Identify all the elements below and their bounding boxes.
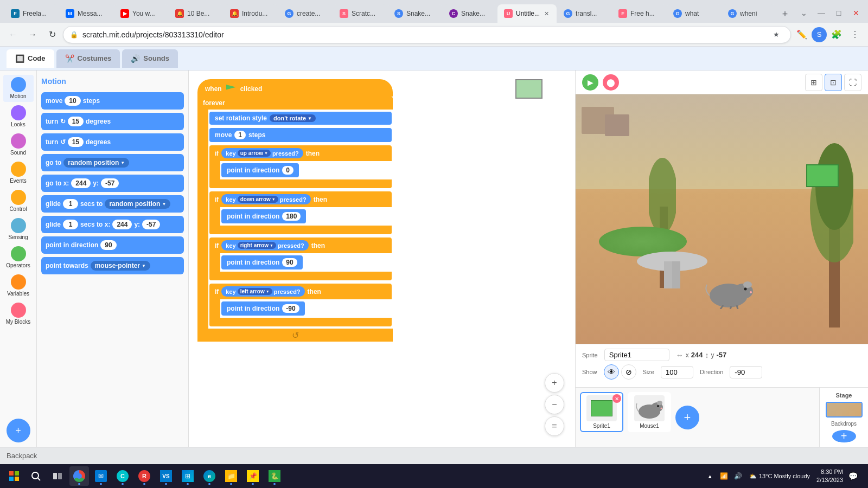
tab-intro[interactable]: 🔔 Introdu... <box>224 4 278 23</box>
tab-youtube[interactable]: ▶ You w... <box>114 4 168 23</box>
hat-block-when-flag[interactable]: when clicked <box>197 79 393 97</box>
script-canvas[interactable]: when clicked forever <box>189 70 575 447</box>
if-block-down[interactable]: if key down arrow ▼ pressed? then <box>209 191 392 234</box>
category-looks[interactable]: Looks <box>3 103 34 130</box>
stage-medium-view[interactable]: ⊡ <box>825 74 842 91</box>
category-variables[interactable]: Variables <box>3 272 34 299</box>
zoom-in-button[interactable]: + <box>545 373 564 393</box>
block-point-direction[interactable]: point in direction 90 <box>41 236 184 254</box>
tab-untitled[interactable]: U Untitle... ✕ <box>497 4 557 23</box>
rotation-dropdown[interactable]: don't rotate ▼ <box>270 114 316 122</box>
tab-create[interactable]: G create... <box>278 4 333 23</box>
sprite1-delete-button[interactable]: ✕ <box>612 394 621 403</box>
reload-button[interactable]: ↻ <box>43 26 61 43</box>
show-visible-button[interactable]: 👁 <box>604 364 619 380</box>
taskbar-edge[interactable]: e <box>200 466 219 486</box>
close-tab-untitled[interactable]: ✕ <box>543 9 550 18</box>
start-button[interactable] <box>4 466 24 486</box>
zoom-out-button[interactable]: − <box>545 395 564 414</box>
taskbar-search[interactable] <box>26 466 46 486</box>
sprite-name-input[interactable] <box>604 349 669 361</box>
add-extension-button[interactable]: + <box>7 419 30 442</box>
taskbar-task-view[interactable] <box>48 466 67 486</box>
block-goto-random[interactable]: go to random position <box>41 154 184 171</box>
block-move-steps[interactable]: move 10 steps <box>41 92 184 110</box>
category-events[interactable]: Events <box>3 159 34 187</box>
taskbar-chrome[interactable] <box>69 466 89 486</box>
add-sprite-button[interactable]: + <box>675 406 699 429</box>
stop-button[interactable]: ⬤ <box>603 74 619 91</box>
tab-costumes[interactable]: ✂️ Costumes <box>56 49 120 68</box>
block-glide-random[interactable]: glide 1 secs to random position <box>41 195 184 213</box>
glide-dropdown[interactable]: random position <box>105 199 170 209</box>
block-point-towards[interactable]: point towards mouse-pointer <box>41 257 184 274</box>
direction-input[interactable] <box>730 366 762 378</box>
stage-fullscreen-view[interactable]: ⛶ <box>844 74 861 91</box>
tab-sounds[interactable]: 🔊 Sounds <box>122 49 178 68</box>
category-sensing[interactable]: Sensing <box>3 216 34 243</box>
green-flag-button[interactable]: ▶ <box>582 74 598 91</box>
category-sound[interactable]: Sound <box>3 131 34 158</box>
if-block-right[interactable]: if key right arrow ▼ pressed? then <box>209 237 392 280</box>
taskbar-msstore[interactable]: ⊞ <box>178 466 197 486</box>
up-arrow-dropdown[interactable]: up arrow ▼ <box>238 150 271 157</box>
left-arrow-dropdown[interactable]: left arrow ▼ <box>238 288 272 295</box>
add-backdrop-button[interactable]: + <box>832 430 856 442</box>
tab-scratch[interactable]: S Scratc... <box>333 4 387 23</box>
block-set-rotation[interactable]: set rotation style don't rotate ▼ <box>209 112 392 125</box>
url-bar[interactable]: 🔒 scratch.mit.edu/projects/803313310/edi… <box>63 26 791 43</box>
tray-up-arrow[interactable]: ▲ <box>704 470 717 483</box>
taskbar-mail[interactable]: ✉ <box>91 466 111 486</box>
back-button[interactable]: ← <box>4 26 22 43</box>
profile-button[interactable]: S <box>812 27 827 42</box>
new-tab-button[interactable]: + <box>776 5 794 23</box>
taskbar-canva[interactable]: C <box>113 466 132 486</box>
category-myblocks[interactable]: My Blocks <box>3 300 34 328</box>
right-arrow-dropdown[interactable]: right arrow ▼ <box>238 242 276 249</box>
close-window-button[interactable]: ✕ <box>848 5 864 21</box>
if-block-left[interactable]: if key left arrow ▼ pressed? then <box>209 284 392 326</box>
tab-snake2[interactable]: C Snake... <box>443 4 497 23</box>
minimize-button[interactable]: — <box>814 5 829 21</box>
zoom-reset-button[interactable]: = <box>545 416 564 436</box>
notification-button[interactable]: 💬 <box>846 470 859 483</box>
tray-volume[interactable]: 🔊 <box>732 470 745 483</box>
forward-button[interactable]: → <box>24 26 41 43</box>
category-control[interactable]: Control <box>3 188 34 215</box>
tab-free2[interactable]: F Free h... <box>612 4 666 23</box>
extensions-button[interactable]: 🧩 <box>828 26 845 43</box>
block-goto-xy[interactable]: go to x: 244 y: -57 <box>41 175 184 192</box>
tab-list-button[interactable]: ⌄ <box>796 5 812 21</box>
tab-wheni[interactable]: G wheni <box>722 4 776 23</box>
taskbar-app8[interactable]: 🐍 <box>265 466 284 486</box>
block-point-up[interactable]: point in direction 0 <box>221 163 299 177</box>
category-operators[interactable]: Operators <box>3 244 34 271</box>
taskbar-app4[interactable]: R <box>135 466 154 486</box>
taskbar-vscode[interactable]: VS <box>156 466 176 486</box>
down-arrow-dropdown[interactable]: down arrow ▼ <box>238 196 278 203</box>
tab-10best[interactable]: 🔔 10 Be... <box>169 4 223 23</box>
tray-network[interactable]: 📶 <box>718 470 731 483</box>
sprite-item-mouse1[interactable]: Mouse1 <box>628 392 671 432</box>
block-glide-xy[interactable]: glide 1 secs to x: 244 y: -57 <box>41 216 184 233</box>
block-point-right[interactable]: point in direction 90 <box>221 255 303 269</box>
tab-translate[interactable]: G transl... <box>557 4 611 23</box>
size-input[interactable] <box>661 366 693 378</box>
stage-thumbnail[interactable] <box>826 402 863 418</box>
block-turn-cw[interactable]: turn ↻ 15 degrees <box>41 113 184 130</box>
goto-dropdown[interactable]: random position <box>63 158 129 168</box>
maximize-button[interactable]: □ <box>831 5 846 21</box>
block-point-down[interactable]: point in direction 180 <box>221 209 306 223</box>
tab-snake1[interactable]: S Snake... <box>388 4 442 23</box>
block-move-1[interactable]: move 1 steps <box>209 128 392 142</box>
tab-code[interactable]: 🔲 Code <box>7 49 54 68</box>
tab-what[interactable]: G what <box>667 4 721 23</box>
forever-block[interactable]: forever set rotation style don't rotate … <box>197 97 393 342</box>
settings-button[interactable]: ⋮ <box>846 26 864 43</box>
magic-toolbar-button[interactable]: ✏️ <box>793 26 810 43</box>
taskbar-app7[interactable]: 📌 <box>243 466 263 486</box>
category-motion[interactable]: Motion <box>3 75 34 102</box>
block-point-left[interactable]: point in direction -90 <box>221 301 305 316</box>
sprite-item-sprite1[interactable]: ✕ Sprite1 <box>580 392 623 432</box>
tab-messenger[interactable]: M Messa... <box>59 4 113 23</box>
